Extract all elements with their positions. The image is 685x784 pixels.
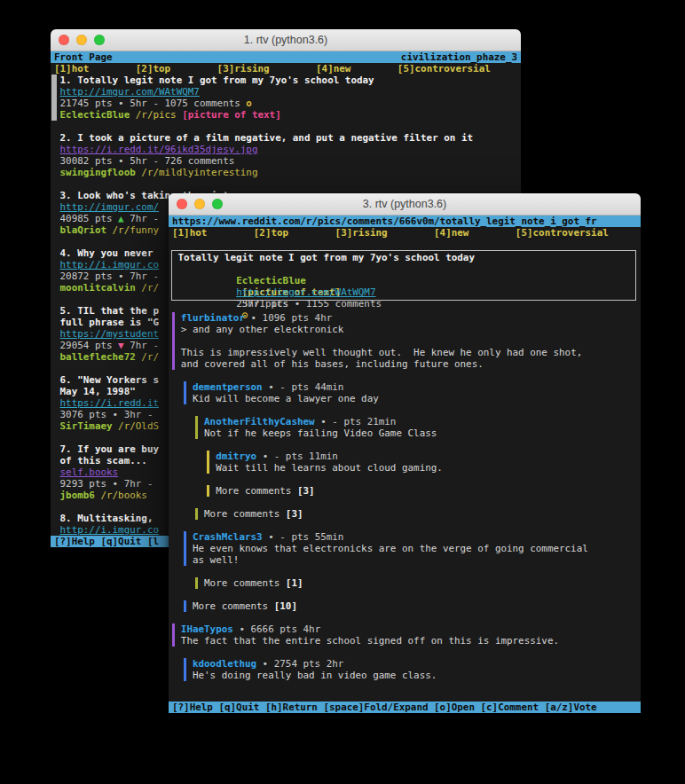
more-comments-row[interactable]: More comments[10] xyxy=(193,600,637,612)
submission-author[interactable]: EclecticBlue xyxy=(236,275,306,286)
sort-tab-1hot[interactable]: [1]hot xyxy=(54,63,89,74)
post-item[interactable]: 1. Totally legit note I got from my 7yo'… xyxy=(51,74,521,121)
comment[interactable]: dmitryo• - pts 11minWait till he learns … xyxy=(172,451,637,474)
comment[interactable]: kdoodlethug• 2754 pts 2hrHe's doing real… xyxy=(172,658,637,681)
comment-body-line: The fact that the entire school signed o… xyxy=(181,635,637,647)
comment[interactable]: flurbinator• 1096 pts 4hr> and any other… xyxy=(172,312,637,370)
sort-tab-3rising[interactable]: [3]rising xyxy=(335,227,388,239)
sort-tab-2top[interactable]: [2]top xyxy=(136,63,170,74)
maximize-button[interactable] xyxy=(212,199,223,209)
comment-author[interactable]: dementperson xyxy=(193,381,263,393)
sort-tab-4new[interactable]: [4]new xyxy=(434,227,468,239)
comment-author[interactable]: kdoodlethug xyxy=(193,658,256,670)
comment-meta: • - pts 11min xyxy=(263,451,338,462)
sort-tab-3rising[interactable]: [3]rising xyxy=(217,63,270,74)
close-button[interactable] xyxy=(177,199,187,209)
post-meta: 5hr - 726 comments xyxy=(130,155,234,167)
more-comments[interactable]: More comments[1] xyxy=(172,577,637,589)
post-stats-row: 21745 pts•5hr - 1075 commentso xyxy=(60,98,517,109)
comment-depth-bar xyxy=(207,451,209,474)
post-score: 9293 pts xyxy=(60,478,106,490)
post-author[interactable]: moonlitcalvin xyxy=(60,282,136,294)
sort-tab-5controversial[interactable]: [5]controversial xyxy=(516,227,609,239)
post-author[interactable]: blaQriot xyxy=(60,224,106,236)
close-button[interactable] xyxy=(59,35,69,45)
post-author[interactable]: SirTimaey xyxy=(60,420,113,432)
comment-author[interactable]: dmitryo xyxy=(216,451,256,462)
titlebar[interactable]: 1. rtv (python3.6) xyxy=(51,29,521,51)
post-subreddit[interactable]: /r/ xyxy=(141,282,159,294)
post-link[interactable]: https://mystudent xyxy=(60,328,159,340)
more-comments-label: More comments xyxy=(193,600,268,612)
post-subreddit[interactable]: /r/funny xyxy=(113,224,159,236)
minimize-button[interactable] xyxy=(194,199,205,209)
more-comments-row[interactable]: More comments[3] xyxy=(216,485,637,497)
post-score: 3076 pts xyxy=(60,409,106,420)
post-item[interactable]: 2. I took a picture of a film negative, … xyxy=(51,132,521,178)
post-author[interactable]: EclecticBlue xyxy=(60,109,130,121)
status-bar: [?]Help [q]Quit [h]Return [space]Fold/Ex… xyxy=(169,702,641,713)
post-author-row: EclecticBlue/r/pics[picture of text] xyxy=(60,109,517,121)
post-link[interactable]: https://i.redd.it xyxy=(60,397,159,409)
comment-body-line: Not if he keeps failing Video Game Class xyxy=(204,427,637,439)
comment-depth-bar xyxy=(172,312,175,370)
more-comments-row[interactable]: More comments[3] xyxy=(204,508,637,520)
post-link[interactable]: https://i.redd.it/96ikd35djesy.jpg xyxy=(60,144,258,155)
comment-header: IHaeTypos• 6666 pts 4hr xyxy=(181,623,637,635)
more-comments-label: More comments xyxy=(216,485,291,497)
sort-tab-5controversial[interactable]: [5]controversial xyxy=(398,63,491,74)
submission-box[interactable]: Totally legit note I got from my 7yo's s… xyxy=(171,250,636,301)
post-link[interactable]: http://imgur.com/WAtWQM7 xyxy=(60,86,200,98)
comment-author[interactable]: CrashMclars3 xyxy=(193,531,263,543)
post-link[interactable]: self.books xyxy=(60,466,119,478)
sort-tab-1hot[interactable]: [1]hot xyxy=(172,227,207,239)
sort-tab-2top[interactable]: [2]top xyxy=(254,227,288,239)
post-author[interactable]: ballefleche72 xyxy=(60,351,136,363)
bullet-separator: • xyxy=(118,155,124,167)
comment-author[interactable]: flurbinator xyxy=(181,312,245,324)
comment-depth-bar xyxy=(195,416,198,439)
more-comments[interactable]: More comments[3] xyxy=(172,485,637,497)
more-comments-count: [10] xyxy=(274,600,297,612)
post-subreddit[interactable]: /r/mildlyinteresting xyxy=(141,167,257,178)
comment-meta: • 2754 pts 2hr xyxy=(263,658,344,670)
comment-depth-bar xyxy=(184,658,186,681)
titlebar[interactable]: 3. rtv (python3.6) xyxy=(169,193,641,216)
comment[interactable]: AnotherFilthyCashew• - pts 21minNot if h… xyxy=(172,416,637,439)
post-link[interactable]: http://i.imgur.co xyxy=(60,259,159,270)
comment-meta: • 1096 pts 4hr xyxy=(251,312,333,324)
post-subreddit[interactable]: /r/ xyxy=(141,351,159,363)
bullet-separator: • xyxy=(118,270,124,282)
more-comments[interactable]: More comments[3] xyxy=(172,508,637,520)
post-author[interactable]: jbomb6 xyxy=(60,490,95,501)
post-subreddit[interactable]: /r/books xyxy=(100,490,146,501)
window-title: 3. rtv (python3.6) xyxy=(363,198,447,210)
comment-author[interactable]: IHaeTypos xyxy=(181,623,233,635)
comment[interactable]: IHaeTypos• 6666 pts 4hrThe fact that the… xyxy=(172,623,637,647)
sort-tab-4new[interactable]: [4]new xyxy=(316,63,350,74)
more-comments[interactable]: More comments[10] xyxy=(172,600,637,612)
post-meta: 7hr - xyxy=(130,270,159,282)
comment-depth-bar xyxy=(195,577,198,589)
submission-link[interactable]: http://imgur.com/WAtWQM7 xyxy=(236,286,375,298)
post-meta: 7hr - xyxy=(124,478,154,490)
post-subreddit[interactable]: /r/OldS xyxy=(118,420,159,432)
post-score: 40985 pts xyxy=(60,213,113,224)
status-bar-shortcuts: [?]Help [q]Quit [h]Return [space]Fold/Ex… xyxy=(172,702,597,713)
comment-meta: • 6666 pts 4hr xyxy=(239,623,320,635)
comment-author[interactable]: AnotherFilthyCashew xyxy=(204,416,315,427)
comment-header: CrashMclars3• - pts 55min xyxy=(193,531,637,543)
post-link[interactable]: http://imgur.com/ xyxy=(60,201,159,213)
post-link[interactable]: http://i.imgur.co xyxy=(60,524,159,536)
comment[interactable]: dementperson• - pts 44minKid will become… xyxy=(172,381,637,404)
post-subreddit[interactable]: /r/pics xyxy=(136,109,177,121)
url-bar[interactable]: https://www.reddit.com/r/pics/comments/6… xyxy=(169,216,641,227)
more-comments-row[interactable]: More comments[1] xyxy=(204,577,637,589)
post-meta: 7hr - xyxy=(130,213,159,224)
minimize-button[interactable] xyxy=(76,35,87,45)
comment[interactable]: CrashMclars3• - pts 55minHe even knows t… xyxy=(172,531,637,566)
bullet-separator: • xyxy=(113,478,119,490)
submission-byline: EclecticBlue [picture of text] 5hr pics xyxy=(178,263,630,275)
maximize-button[interactable] xyxy=(94,35,105,45)
post-author[interactable]: swingingfloob xyxy=(60,167,136,178)
